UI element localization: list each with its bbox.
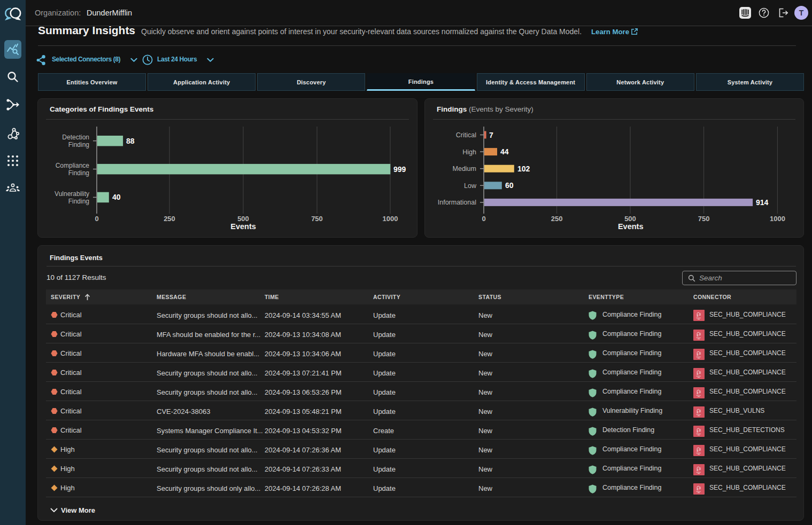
svg-text:Finding: Finding [68, 198, 89, 205]
svg-text:Vulnerability: Vulnerability [55, 190, 89, 198]
svg-text:999: 999 [393, 165, 406, 174]
svg-text:Medium: Medium [453, 165, 476, 173]
svg-text:102: 102 [517, 164, 530, 173]
svg-text:Findings (Events by Severity): Findings (Events by Severity) [437, 105, 533, 113]
svg-text:88: 88 [126, 137, 135, 145]
svg-text:Informational: Informational [438, 199, 476, 206]
svg-text:750: 750 [311, 215, 323, 223]
svg-text:914: 914 [756, 198, 769, 207]
svg-text:Events: Events [618, 222, 644, 231]
svg-text:40: 40 [112, 193, 121, 201]
svg-text:Finding: Finding [68, 169, 89, 177]
svg-text:250: 250 [551, 215, 563, 223]
svg-text:Categories of Findings Events: Categories of Findings Events [50, 105, 153, 113]
svg-text:750: 750 [698, 215, 710, 223]
svg-text:500: 500 [237, 215, 249, 223]
svg-text:1000: 1000 [383, 215, 398, 223]
svg-text:Finding: Finding [68, 141, 89, 148]
svg-text:7: 7 [489, 131, 493, 139]
svg-text:500: 500 [624, 215, 636, 223]
svg-text:60: 60 [505, 181, 514, 190]
svg-text:0: 0 [95, 215, 98, 223]
svg-text:High: High [462, 148, 476, 156]
svg-text:44: 44 [500, 147, 509, 156]
svg-text:Compliance: Compliance [56, 162, 90, 169]
svg-text:1000: 1000 [770, 215, 785, 223]
svg-text:Events: Events [230, 222, 256, 231]
svg-text:Detection: Detection [62, 134, 89, 141]
svg-text:250: 250 [164, 215, 175, 223]
svg-text:Critical: Critical [456, 131, 476, 139]
svg-text:Low: Low [464, 182, 477, 190]
svg-text:0: 0 [482, 215, 485, 223]
